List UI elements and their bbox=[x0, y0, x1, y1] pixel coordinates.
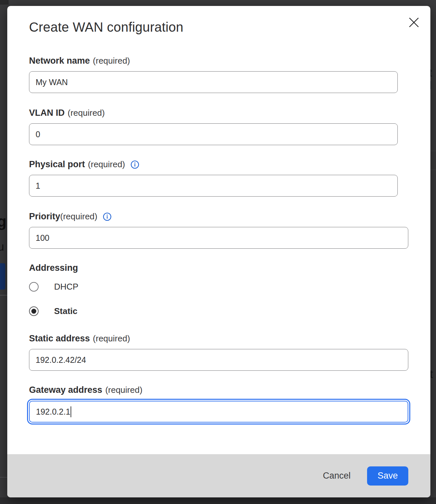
info-icon[interactable] bbox=[131, 160, 139, 169]
priority-value: 100 bbox=[36, 233, 49, 243]
gateway-address-input[interactable]: 192.0.2.1 bbox=[29, 401, 408, 423]
network-name-label: Network name bbox=[29, 56, 90, 66]
background-divider bbox=[0, 295, 7, 296]
physical-port-value: 1 bbox=[36, 181, 40, 191]
close-icon bbox=[408, 17, 420, 29]
network-name-value: My WAN bbox=[36, 78, 68, 87]
background-dark-patch bbox=[0, 497, 436, 504]
static-option-label: Static bbox=[54, 306, 78, 316]
radio-option-static[interactable]: Static bbox=[29, 306, 78, 316]
vlan-id-value: 0 bbox=[36, 130, 40, 139]
addressing-heading: Addressing bbox=[29, 263, 78, 273]
static-address-value: 192.0.2.42/24 bbox=[36, 355, 86, 365]
physical-port-input[interactable]: 1 bbox=[29, 175, 398, 197]
static-address-field: Static address (required) 192.0.2.42/24 bbox=[29, 333, 408, 371]
required-hint: (required) bbox=[93, 56, 130, 66]
gateway-address-field: Gateway address (required) 192.0.2.1 bbox=[29, 385, 408, 423]
text-cursor bbox=[71, 406, 71, 417]
gateway-address-value: 192.0.2.1 bbox=[36, 407, 70, 417]
physical-port-label: Physical port bbox=[29, 159, 85, 170]
background-divider bbox=[430, 170, 436, 170]
radio-dot bbox=[31, 309, 36, 314]
network-name-input[interactable]: My WAN bbox=[29, 71, 398, 93]
static-address-input[interactable]: 192.0.2.42/24 bbox=[29, 349, 408, 371]
close-button[interactable] bbox=[407, 16, 421, 30]
background-text-fragment: u bbox=[0, 240, 4, 253]
create-wan-dialog: Create WAN configuration Network name (r… bbox=[7, 6, 430, 497]
dialog-footer: Cancel Save bbox=[7, 454, 430, 497]
priority-label: Priority bbox=[29, 211, 60, 222]
dialog-title: Create WAN configuration bbox=[29, 19, 183, 35]
radio-unselected-icon bbox=[29, 282, 39, 292]
background-button-fragment bbox=[0, 263, 5, 290]
gateway-address-label: Gateway address bbox=[29, 385, 102, 395]
vlan-id-label: VLAN ID bbox=[29, 108, 65, 118]
required-hint: (required) bbox=[105, 385, 142, 395]
required-hint: (required) bbox=[88, 159, 125, 170]
vlan-id-field: VLAN ID (required) 0 bbox=[29, 108, 398, 145]
required-hint: (required) bbox=[93, 333, 130, 344]
required-hint: (required) bbox=[60, 211, 98, 222]
static-address-label: Static address bbox=[29, 333, 90, 344]
vlan-id-input[interactable]: 0 bbox=[29, 123, 398, 145]
priority-field: Priority (required) 100 bbox=[29, 211, 408, 249]
required-hint: (required) bbox=[68, 108, 105, 118]
save-button[interactable]: Save bbox=[367, 466, 408, 486]
dhcp-option-label: DHCP bbox=[54, 282, 78, 292]
physical-port-field: Physical port (required) 1 bbox=[29, 159, 398, 197]
radio-option-dhcp[interactable]: DHCP bbox=[29, 282, 78, 292]
background-divider bbox=[0, 477, 7, 478]
info-icon[interactable] bbox=[103, 212, 111, 221]
cancel-button[interactable]: Cancel bbox=[323, 471, 351, 481]
radio-selected-icon bbox=[29, 306, 39, 316]
background-dark-patch bbox=[0, 0, 9, 5]
network-name-field: Network name (required) My WAN bbox=[29, 55, 398, 93]
background-divider bbox=[430, 151, 436, 151]
priority-input[interactable]: 100 bbox=[29, 227, 408, 249]
background-text-fragment: g bbox=[0, 212, 7, 230]
